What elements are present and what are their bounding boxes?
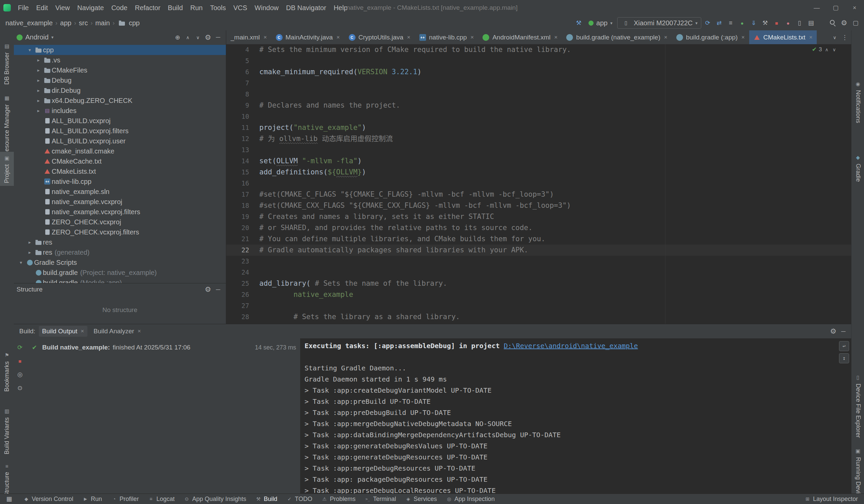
tree-item-x64-debug-zero-check[interactable]: x64.Debug.ZERO_CHECK <box>14 96 226 106</box>
wrench-icon[interactable] <box>574 18 584 28</box>
settings-icon[interactable] <box>203 33 213 42</box>
tool-stripe-button-device-file-explorer[interactable]: Device File Explorer <box>852 371 864 441</box>
status-item-app-quality-insights[interactable]: App Quality Insights <box>183 495 246 503</box>
tree-chevron-icon[interactable] <box>34 67 43 73</box>
close-button[interactable]: × <box>845 0 864 15</box>
eye-icon[interactable] <box>15 383 25 393</box>
tree-item-native-example-vcxproj-filters[interactable]: native_example.vcxproj.filters <box>14 207 226 217</box>
tab-build-gradle-native-example[interactable]: build.gradle (native_example)× <box>562 30 672 44</box>
tab-close-icon[interactable]: × <box>264 34 267 41</box>
menu-file[interactable]: File <box>14 0 33 15</box>
tab-close-icon[interactable]: × <box>554 34 558 41</box>
tree-item-zero-check-vcxproj-filters[interactable]: ZERO_CHECK.vcxproj.filters <box>14 227 226 237</box>
tab-androidmanifest-xml[interactable]: AndroidManifest.xml× <box>478 30 562 44</box>
tree-item-cmakelists-txt[interactable]: CMakeLists.txt <box>14 166 226 176</box>
tree-item-native-lib-cpp[interactable]: native-lib.cpp <box>14 176 226 186</box>
tree-item-build-gradle-module-app[interactable]: build.gradle(Module :app) <box>14 278 226 283</box>
tree-item-res[interactable]: res <box>14 237 226 247</box>
tree-chevron-icon[interactable] <box>34 98 43 103</box>
tool-stripe-button-build-variants[interactable]: Build Variants <box>0 405 14 457</box>
tab-close-icon[interactable]: × <box>809 34 812 41</box>
tool-stripe-button-bookmarks[interactable]: Bookmarks <box>0 349 14 394</box>
stream-icon[interactable] <box>714 18 724 28</box>
next-problem-icon[interactable]: ∨ <box>831 47 837 52</box>
build-status-row[interactable]: Build native_example: finished At 2025/5… <box>26 339 300 353</box>
tool-windows-icon[interactable] <box>851 18 861 28</box>
tab-mainactivity-java[interactable]: MainActivity.java× <box>272 30 344 44</box>
tree-item-debug[interactable]: Debug <box>14 75 226 85</box>
tab-close-icon[interactable]: × <box>337 34 340 41</box>
menu-tools[interactable]: Tools <box>206 0 230 15</box>
tree-item-native-example-vcxproj[interactable]: native_example.vcxproj <box>14 197 226 207</box>
grid-icon[interactable] <box>4 494 14 504</box>
tree-item-all-build-vcxproj-user[interactable]: ALL_BUILD.vcxproj.user <box>14 136 226 146</box>
maximize-button[interactable]: ▢ <box>826 0 845 15</box>
breadcrumb-main[interactable]: main <box>95 19 110 27</box>
previous-problem-icon[interactable]: ∧ <box>824 47 830 52</box>
menu-vcs[interactable]: VCS <box>230 0 251 15</box>
collapse-all-icon[interactable] <box>183 33 193 42</box>
tree-item-cmakefiles[interactable]: CMakeFiles <box>14 65 226 75</box>
tab-main-xml[interactable]: _main.xml× <box>226 30 272 44</box>
status-item-version-control[interactable]: Version Control <box>23 495 73 503</box>
device-explorer-icon[interactable] <box>806 18 816 28</box>
tree-chevron-icon[interactable] <box>25 239 34 245</box>
status-item-profiler[interactable]: Profiler <box>111 495 139 503</box>
device-selector[interactable]: Xiaomi M2007J22C <box>617 17 701 29</box>
tab-close-icon[interactable]: × <box>407 34 410 41</box>
profiler-icon[interactable] <box>783 18 793 28</box>
tab-close-icon[interactable]: × <box>137 328 141 335</box>
tab-close-icon[interactable]: × <box>742 34 745 41</box>
sync-icon[interactable] <box>703 18 713 28</box>
search-icon[interactable] <box>828 18 838 28</box>
bug-icon[interactable] <box>737 18 747 28</box>
tab-build-gradle-app[interactable]: build.gradle (:app)× <box>672 30 749 44</box>
tab-cmakelists-txt[interactable]: CMakeLists.txt× <box>749 30 817 44</box>
tree-chevron-icon[interactable] <box>34 88 43 93</box>
tree-item-native-example-sln[interactable]: native_example.sln <box>14 186 226 197</box>
tree-item-vs[interactable]: .vs <box>14 55 226 65</box>
tree-chevron-icon[interactable] <box>34 57 43 63</box>
tree-item-includes[interactable]: includes <box>14 106 226 116</box>
tab-native-lib-cpp[interactable]: native-lib.cpp× <box>415 30 478 44</box>
tree-item-all-build-vcxproj[interactable]: ALL_BUILD.vcxproj <box>14 116 226 126</box>
console-button-scroll-end-icon[interactable] <box>839 353 849 363</box>
tool-stripe-button-notifications[interactable]: Notifications <box>852 77 864 126</box>
chevron-down-icon[interactable] <box>830 33 840 42</box>
tree-item-build-gradle-project-native-example[interactable]: build.gradle(Project: native_example) <box>14 268 226 278</box>
build-console[interactable]: Executing tasks: [:app:assembleDebug] in… <box>300 339 851 494</box>
breadcrumb-app[interactable]: app <box>60 19 71 27</box>
settings-icon[interactable] <box>828 326 838 336</box>
tree-chevron-icon[interactable] <box>34 77 43 83</box>
tree-item-gradle-scripts[interactable]: Gradle Scripts <box>14 257 226 268</box>
tree-item-cmake-install-cmake[interactable]: cmake_install.cmake <box>14 146 226 156</box>
tool-stripe-button-db-browser[interactable]: DB Browser <box>0 40 14 87</box>
menu-refactor[interactable]: Refactor <box>131 0 164 15</box>
status-item-logcat[interactable]: Logcat <box>147 495 175 503</box>
tree-chevron-icon[interactable] <box>34 108 43 113</box>
breadcrumb-src[interactable]: src <box>79 19 88 27</box>
tab-close-icon[interactable]: × <box>470 34 474 41</box>
status-item-run[interactable]: Run <box>82 495 102 503</box>
expand-all-icon[interactable] <box>193 33 203 42</box>
tree-chevron-icon[interactable] <box>16 260 25 265</box>
build-tab-build-analyzer[interactable]: Build Analyzer× <box>90 326 144 337</box>
status-item-problems[interactable]: Problems <box>321 495 356 503</box>
menu-edit[interactable]: Edit <box>33 0 51 15</box>
status-item-terminal[interactable]: Terminal <box>364 495 396 503</box>
tree-item-res-generated[interactable]: res(generated) <box>14 247 226 257</box>
build-tab-build-output[interactable]: Build Output× <box>39 326 88 337</box>
tool-stripe-button-project[interactable]: Project <box>0 152 14 186</box>
tree-item-cmakecache-txt[interactable]: CMakeCache.txt <box>14 156 226 166</box>
tree-item-dir-debug[interactable]: dir.Debug <box>14 85 226 96</box>
hammer-icon[interactable] <box>760 18 770 28</box>
tree-chevron-icon[interactable] <box>25 250 34 255</box>
status-item-todo[interactable]: TODO <box>286 495 312 503</box>
tree-item-cpp[interactable]: cpp <box>14 45 226 55</box>
tree-chevron-icon[interactable] <box>25 47 34 53</box>
stop-icon[interactable] <box>771 18 782 28</box>
status-item-build[interactable]: Build <box>255 495 277 503</box>
console-path-link[interactable]: D:\Reverse\android\native_example <box>504 342 638 350</box>
more-icon[interactable] <box>840 33 850 42</box>
settings-icon[interactable] <box>203 284 213 295</box>
